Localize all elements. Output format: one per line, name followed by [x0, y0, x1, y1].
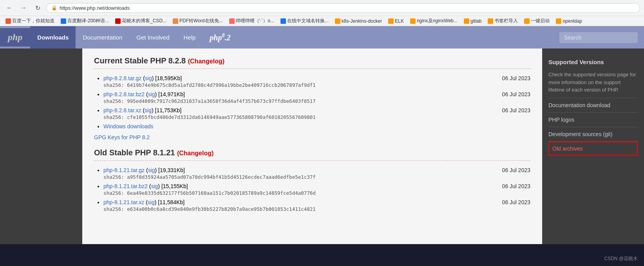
php82-changelog-link[interactable]: (Changelog): [188, 58, 224, 65]
php82-divider: [94, 68, 530, 69]
bookmark-icon: [61, 18, 66, 24]
bookmark-icon: [388, 18, 394, 24]
bookmark-label: 书签栏导入: [494, 18, 518, 24]
download-info: php-8.2.8.tar.xz (sig) [11,753Kb]: [103, 107, 181, 113]
php828-tarxz-date: 06 Jul 2023: [502, 107, 530, 113]
php828-tarbz2-date: 06 Jul 2023: [502, 91, 530, 97]
php828-tarxz-link[interactable]: php-8.2.8.tar.xz: [103, 107, 141, 113]
php-logo-text: php: [8, 32, 22, 43]
bookmark-label: openldap: [563, 18, 582, 24]
bookmark-item[interactable]: ELK: [386, 18, 406, 25]
php8121-tarbz2-sha: sha256: 6ea49e8335d632177f56b507160aa151…: [103, 190, 530, 196]
php8121-targz-link[interactable]: php-8.1.21.tar.gz: [103, 167, 145, 173]
nav-get-involved[interactable]: Get Involved: [129, 26, 176, 49]
list-item: php-8.2.8.tar.gz (sig) [18,595Kb] 06 Jul…: [103, 75, 530, 88]
bookmark-item[interactable]: 书签栏导入: [485, 17, 520, 25]
list-item: Windows downloads: [103, 123, 530, 129]
php8121-tarbz2-date: 06 Jul 2023: [502, 183, 530, 189]
address-bar[interactable]: 🔒 https://www.php.net/downloads: [46, 3, 640, 13]
sidebar-php-logos[interactable]: PHP logos: [548, 113, 638, 127]
bookmark-label: 哔哩哔哩（'·`）o...: [236, 18, 274, 24]
bookmark-icon: [115, 18, 121, 24]
bookmark-item[interactable]: 在线中文域名转换...: [278, 17, 331, 25]
nav-links: Downloads Documentation Get Involved Hel…: [30, 26, 553, 49]
supported-versions-title: Supported Versions: [548, 55, 638, 68]
bookmark-item[interactable]: PDF转Word在线免...: [170, 17, 225, 25]
php828-tarxz-sha: sha256: cfe1055fbcd486de7d3312da6146949a…: [103, 114, 530, 120]
download-info: php-8.1.21.tar.bz2 (sig) [15,155Kb]: [103, 183, 188, 189]
bookmark-label: 一键启动: [531, 18, 550, 24]
bookmarks-bar: 百度一下，你就知道百度翻译-200种语...花晓木的博客_CSD...PDF转W…: [0, 16, 644, 26]
download-info: php-8.2.8.tar.bz2 (sig) [14,971Kb]: [103, 91, 185, 97]
download-item: php-8.1.21.tar.gz (sig) [19,331Kb] 06 Ju…: [103, 167, 530, 173]
php82-title: Current Stable PHP 8.2.8 (Changelog): [94, 56, 530, 65]
back-button[interactable]: ←: [4, 2, 15, 13]
php8121-targz-sig[interactable]: sig: [148, 167, 155, 173]
php82-download-list: php-8.2.8.tar.gz (sig) [18,595Kb] 06 Jul…: [94, 75, 530, 129]
download-item: php-8.2.8.tar.xz (sig) [11,753Kb] 06 Jul…: [103, 107, 530, 113]
list-item: php-8.1.21.tar.gz (sig) [19,331Kb] 06 Ju…: [103, 167, 530, 180]
bookmark-icon: [524, 18, 530, 24]
php82-gpg-link[interactable]: GPG Keys for PHP 8.2: [94, 134, 530, 140]
nav-documentation[interactable]: Documentation: [76, 26, 129, 49]
download-item: php-8.2.8.tar.bz2 (sig) [14,971Kb] 06 Ju…: [103, 91, 530, 97]
browser-toolbar: ← → ↻ 🔒 https://www.php.net/downloads: [0, 0, 644, 16]
php828-tarbz2-link[interactable]: php-8.2.8.tar.bz2: [103, 91, 145, 97]
bookmark-item[interactable]: 哔哩哔哩（'·`）o...: [227, 17, 277, 25]
bookmark-item[interactable]: k8s-Jenkins-docker: [333, 18, 384, 25]
bookmark-label: nginx及nginxWeb...: [417, 18, 458, 24]
php828-targz-link[interactable]: php-8.2.8.tar.gz: [103, 75, 141, 81]
php8121-tarxz-size: [11,584Kb]: [158, 199, 185, 205]
bookmark-item[interactable]: gitlab: [461, 18, 484, 25]
php8121-tarxz-sig[interactable]: sig: [148, 199, 155, 205]
nav-downloads[interactable]: Downloads: [30, 26, 76, 49]
php81-changelog-link[interactable]: (Changelog): [177, 150, 213, 156]
bookmark-item[interactable]: 花晓木的博客_CSD...: [113, 17, 169, 25]
php8121-tarbz2-sig[interactable]: sig: [151, 183, 158, 189]
bookmark-icon: [280, 18, 286, 24]
php828-tarbz2-sha: sha256: 995ed4009c7917c962d31837a1a3658f…: [103, 98, 530, 104]
sidebar-documentation-download[interactable]: Documentation download: [548, 98, 638, 113]
php828-windows-link[interactable]: Windows downloads: [103, 123, 154, 129]
php828-tarxz-sig[interactable]: sig: [145, 107, 152, 113]
php828-targz-size: [18,595Kb]: [155, 75, 182, 81]
reload-button[interactable]: ↻: [32, 2, 43, 13]
php8121-tarbz2-size: [15,155Kb]: [161, 183, 188, 189]
browser-chrome: ← → ↻ 🔒 https://www.php.net/downloads 百度…: [0, 0, 644, 26]
bookmark-label: 百度一下，你就知道: [12, 18, 54, 24]
php8121-tarxz-link[interactable]: php-8.1.21.tar.xz: [103, 199, 144, 205]
bookmark-item[interactable]: 百度翻译-200种语...: [58, 17, 111, 25]
sidebar-old-archives[interactable]: Old archives: [548, 142, 638, 156]
download-item: php-8.1.21.tar.bz2 (sig) [15,155Kb] 06 J…: [103, 183, 530, 189]
bookmark-label: ELK: [395, 18, 404, 24]
list-item: php-8.1.21.tar.xz (sig) [11,584Kb] 06 Ju…: [103, 199, 530, 212]
list-item: php-8.2.8.tar.xz (sig) [11,753Kb] 06 Jul…: [103, 107, 530, 120]
bookmark-item[interactable]: 百度一下，你就知道: [3, 17, 57, 25]
php8121-targz-sha: sha256: a95f8d35924aa5705ad07a70dc994bf4…: [103, 174, 530, 180]
php828-targz-sig[interactable]: sig: [145, 75, 152, 81]
nav-search-input[interactable]: [559, 32, 638, 43]
php8121-tarbz2-link[interactable]: php-8.1.21.tar.bz2: [103, 183, 148, 189]
lock-icon: 🔒: [51, 5, 57, 11]
php828-targz-sha: sha256: 6419b74e9b675c8d5a1afd2788c4d799…: [103, 82, 530, 88]
download-info: php-8.1.21.tar.gz (sig) [19,331Kb]: [103, 167, 185, 173]
left-sidebar: [0, 49, 82, 244]
php828-tarbz2-sig[interactable]: sig: [148, 91, 155, 97]
php-navigation: php Downloads Documentation Get Involved…: [0, 26, 644, 49]
bookmark-icon: [410, 18, 416, 24]
php8121-tarxz-date: 06 Jul 2023: [502, 199, 530, 205]
bookmark-item[interactable]: openldap: [554, 18, 584, 25]
bookmark-icon: [173, 18, 178, 24]
bookmark-label: gitlab: [470, 18, 482, 24]
bookmark-item[interactable]: 一键启动: [522, 17, 552, 25]
right-sidebar: Supported Versions Check the supported v…: [542, 49, 644, 244]
bookmark-icon: [5, 18, 11, 24]
php8121-tarxz-sha: sha256: e634a00b0c6a8cd39e840e9fb30b5227…: [103, 206, 530, 212]
forward-button[interactable]: →: [18, 2, 29, 13]
nav-help[interactable]: Help: [177, 26, 203, 49]
download-info: php-8.2.8.tar.gz (sig) [18,595Kb]: [103, 75, 182, 81]
php828-tarbz2-size: [14,971Kb]: [158, 91, 185, 97]
sidebar-development-sources[interactable]: Development sources (git): [548, 127, 638, 142]
bookmark-item[interactable]: nginx及nginxWeb...: [408, 17, 460, 25]
content-area: Current Stable PHP 8.2.8 (Changelog) php…: [82, 49, 542, 244]
